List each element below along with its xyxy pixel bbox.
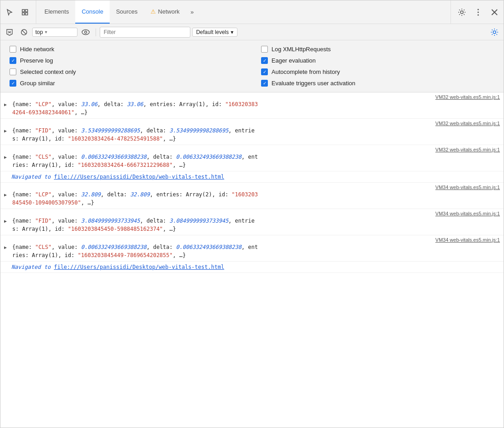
console-toolbar: top ▾ | Default levels ▾ (0, 24, 504, 40)
entry-body-5: ▶ {name: "FID", value: 3.084999999373394… (4, 217, 500, 233)
console-entry-cls-vm32: VM32 web-vitals.es5.min.js:1 ▶ {name: "C… (0, 145, 504, 171)
setting-hide-network[interactable]: Hide network (10, 46, 243, 53)
console-output: VM32 web-vitals.es5.min.js:1 ▶ {name: "L… (0, 92, 504, 273)
console-entry-lcp-vm32: VM32 web-vitals.es5.min.js:1 ▶ {name: "L… (0, 92, 504, 119)
inspect-icon-btn[interactable] (18, 5, 32, 19)
expand-arrow-6[interactable]: ▶ (4, 243, 10, 251)
svg-point-7 (478, 14, 479, 15)
entry-text-2: {name: "FID", value: 3.5349999999288695,… (12, 126, 500, 143)
console-settings-btn[interactable] (488, 26, 501, 39)
levels-selector[interactable]: Default levels ▾ (192, 28, 237, 37)
toolbar-divider: | (95, 27, 97, 37)
entry-source-4[interactable]: VM34 web-vitals.es5.min.js:1 (4, 185, 500, 190)
tab-bar: Elements Console Sources ⚠ Network » (0, 0, 504, 24)
entry-text-6: {name: "CLS", value: 0.00633249366938823… (12, 243, 500, 259)
tab-network[interactable]: ⚠ Network (144, 0, 186, 24)
svg-rect-2 (22, 13, 24, 15)
entry-source-3[interactable]: VM32 web-vitals.es5.min.js:1 (4, 147, 500, 152)
setting-evaluate-triggers[interactable]: Evaluate triggers user activation (261, 80, 494, 87)
tab-sources[interactable]: Sources (110, 0, 144, 24)
context-arrow-icon: ▾ (45, 29, 47, 34)
entry-text-5: {name: "FID", value: 3.0849999993733945,… (12, 217, 500, 233)
entry-text-3: {name: "CLS", value: 0.00633249366938823… (12, 153, 500, 169)
navigate-link-1[interactable]: file:///Users/panissidi/Desktop/web-vita… (54, 174, 224, 180)
svg-point-17 (493, 31, 496, 34)
settings-panel: Hide network Log XMLHttpRequests Preserv… (0, 40, 504, 92)
autocomplete-history-checkbox[interactable] (261, 68, 268, 75)
setting-eager-evaluation[interactable]: Eager evaluation (261, 57, 494, 64)
svg-point-4 (460, 11, 463, 14)
eye-icon-btn[interactable] (79, 26, 92, 39)
entry-body-3: ▶ {name: "CLS", value: 0.006332493669388… (4, 153, 500, 169)
expand-arrow-3[interactable]: ▶ (4, 153, 10, 160)
entry-body-6: ▶ {name: "CLS", value: 0.006332493669388… (4, 243, 500, 259)
svg-point-15 (82, 29, 89, 34)
entry-text-4: {name: "LCP", value: 32.809, delta: 32.8… (12, 190, 500, 207)
selected-context-checkbox[interactable] (10, 68, 16, 75)
more-options-icon-btn[interactable] (471, 5, 485, 19)
tab-bar-tools (2, 0, 36, 24)
svg-line-14 (22, 30, 26, 34)
setting-log-xmlhttprequest[interactable]: Log XMLHttpRequests (261, 46, 494, 53)
context-selector[interactable]: top ▾ (32, 28, 78, 37)
log-xmlhttprequest-checkbox[interactable] (261, 46, 268, 53)
entry-body-2: ▶ {name: "FID", value: 3.534999999928869… (4, 126, 500, 143)
filter-input[interactable] (100, 27, 190, 38)
tab-bar-actions (451, 0, 502, 24)
setting-preserve-log[interactable]: Preserve log (10, 57, 243, 64)
main-tabs: Elements Console Sources ⚠ Network » (38, 0, 451, 24)
hide-network-checkbox[interactable] (10, 46, 16, 53)
console-entry-cls-vm34: VM34 web-vitals.es5.min.js:1 ▶ {name: "C… (0, 235, 504, 262)
clear-console-btn[interactable] (3, 26, 16, 39)
evaluate-triggers-checkbox[interactable] (261, 80, 268, 87)
entry-source-5[interactable]: VM34 web-vitals.es5.min.js:1 (4, 211, 500, 216)
entry-source-2[interactable]: VM32 web-vitals.es5.min.js:1 (4, 121, 500, 126)
expand-arrow-1[interactable]: ▶ (4, 100, 10, 108)
preserve-log-checkbox[interactable] (10, 57, 16, 64)
tab-console[interactable]: Console (75, 0, 110, 24)
entry-source-6[interactable]: VM34 web-vitals.es5.min.js:1 (4, 237, 500, 243)
tab-elements[interactable]: Elements (38, 0, 75, 24)
entry-text-1: {name: "LCP", value: 33.06, delta: 33.06… (12, 100, 500, 117)
svg-point-16 (85, 31, 87, 33)
navigate-link-2[interactable]: file:///Users/panissidi/Desktop/web-vita… (54, 264, 224, 270)
console-entry-fid-vm34: VM34 web-vitals.es5.min.js:1 ▶ {name: "F… (0, 209, 504, 235)
setting-selected-context[interactable]: Selected context only (10, 68, 243, 75)
expand-arrow-2[interactable]: ▶ (4, 126, 10, 134)
expand-arrow-4[interactable]: ▶ (4, 190, 10, 198)
cursor-icon-btn[interactable] (2, 5, 17, 19)
console-entry-lcp-vm34: VM34 web-vitals.es5.min.js:1 ▶ {name: "L… (0, 183, 504, 209)
levels-arrow-icon: ▾ (231, 29, 233, 35)
block-icon-btn[interactable] (18, 26, 30, 39)
svg-rect-1 (25, 10, 28, 12)
close-icon-btn[interactable] (487, 5, 502, 19)
expand-arrow-5[interactable]: ▶ (4, 217, 10, 224)
entry-source-1[interactable]: VM32 web-vitals.es5.min.js:1 (4, 94, 500, 100)
warning-icon: ⚠ (150, 8, 156, 15)
navigate-entry-2: Navigated to file:///Users/panissidi/Des… (0, 262, 504, 273)
settings-icon-btn[interactable] (455, 5, 469, 19)
svg-point-6 (478, 11, 479, 13)
tab-more-btn[interactable]: » (186, 0, 198, 24)
svg-rect-3 (25, 13, 28, 15)
group-similar-checkbox[interactable] (10, 80, 16, 87)
eager-evaluation-checkbox[interactable] (261, 57, 268, 64)
setting-group-similar[interactable]: Group similar (10, 80, 243, 87)
entry-body-4: ▶ {name: "LCP", value: 32.809, delta: 32… (4, 190, 500, 207)
entry-body-1: ▶ {name: "LCP", value: 33.06, delta: 33.… (4, 100, 500, 117)
svg-rect-0 (22, 10, 24, 12)
console-entry-fid-vm32: VM32 web-vitals.es5.min.js:1 ▶ {name: "F… (0, 119, 504, 145)
setting-autocomplete-history[interactable]: Autocomplete from history (261, 68, 494, 75)
svg-point-5 (478, 9, 479, 10)
navigate-entry-1: Navigated to file:///Users/panissidi/Des… (0, 171, 504, 183)
